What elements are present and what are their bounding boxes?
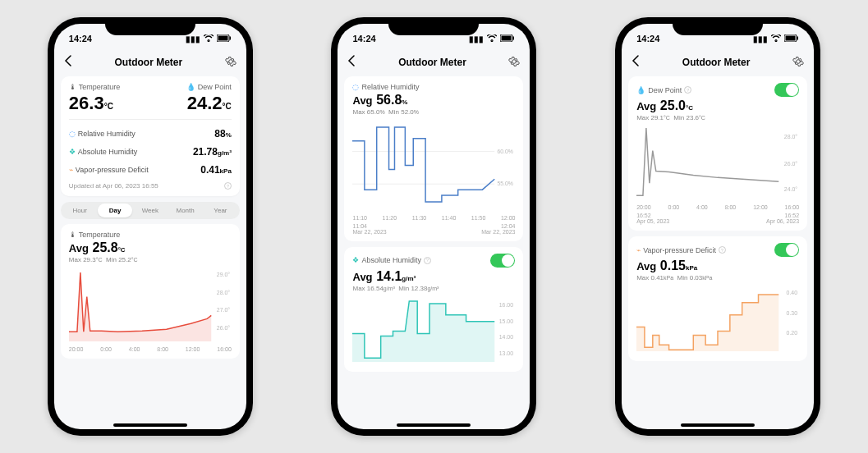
vpd-minmax: Max 0.41kPa Min 0.03kPa: [636, 274, 799, 281]
notch: [388, 17, 479, 35]
dew-minmax: Max 29.1°C Min 23.6°C: [636, 114, 799, 121]
rh-row: ◌Relative Humidity 88%: [69, 125, 232, 143]
home-indicator[interactable]: [113, 423, 187, 427]
temp-chart[interactable]: 29.0° 28.0° 27.0° 26.0°: [69, 268, 232, 341]
home-indicator[interactable]: [681, 423, 755, 427]
svg-text:24.0°: 24.0°: [784, 186, 797, 192]
home-indicator[interactable]: [397, 423, 471, 427]
temp-xticks: 20:000:004:008:0012:0016:00: [69, 346, 232, 352]
temperature-block: 🌡Temperature 26.3°C: [69, 83, 121, 114]
battery-icon: [217, 34, 232, 43]
ah-toggle[interactable]: [490, 254, 515, 268]
status-icons: ▮▮▮: [753, 34, 799, 43]
ah-chart-card: ❖Absolute Humidity ? Avg 14.1g/m³ Max 16…: [344, 247, 523, 372]
seg-hour[interactable]: Hour: [62, 204, 98, 217]
status-time: 14:24: [69, 34, 92, 43]
dew-toggle[interactable]: [774, 83, 799, 97]
svg-text:0.20: 0.20: [787, 330, 798, 336]
signal-icon: ▮▮▮: [469, 34, 484, 43]
page-title: Outdoor Meter: [682, 57, 751, 68]
svg-text:16.00: 16.00: [499, 302, 513, 308]
info-icon[interactable]: ?: [684, 86, 691, 94]
svg-text:13.00: 13.00: [499, 350, 513, 356]
back-button[interactable]: [347, 55, 356, 70]
svg-text:55.0%: 55.0%: [498, 181, 514, 186]
svg-text:27.0°: 27.0°: [217, 307, 230, 313]
ah-row: ❖Absolute Humidity 21.78g/m³: [69, 143, 232, 161]
thermometer-icon: 🌡: [69, 231, 76, 239]
back-button[interactable]: [64, 55, 72, 70]
vpd-row: ⌁Vapor-pressure Deficit 0.41kPa: [69, 161, 232, 179]
phone-frame-2: 14:24 ▮▮▮ Outdoor Meter ◌Relative Humidi…: [331, 17, 536, 436]
svg-text:26.0°: 26.0°: [784, 161, 797, 167]
droplet-icon: ◌: [69, 130, 76, 138]
svg-rect-20: [797, 36, 799, 39]
temp-minmax: Max 29.3°C Min 25.2°C: [69, 256, 232, 263]
rh-chart[interactable]: 60.0% 55.0%: [352, 121, 515, 210]
svg-rect-2: [229, 36, 231, 39]
svg-rect-8: [502, 35, 512, 40]
svg-text:26.0°: 26.0°: [217, 325, 230, 331]
dew-chart[interactable]: 28.0° 26.0° 24.0°: [636, 126, 799, 199]
vpd-toggle[interactable]: [774, 243, 799, 257]
seg-week[interactable]: Week: [132, 204, 168, 217]
vpd-icon: ⌁: [69, 166, 73, 174]
page-title: Outdoor Meter: [114, 57, 182, 68]
screen-1: 14:24 ▮▮▮ Outdoor Meter: [54, 24, 246, 429]
svg-rect-19: [786, 35, 796, 40]
settings-button[interactable]: [508, 56, 520, 70]
status-icons: ▮▮▮: [469, 34, 515, 43]
rh-chart-card: ◌Relative Humidity Avg 56.8% Max 65.0% M…: [344, 76, 523, 241]
settings-button[interactable]: [792, 56, 804, 70]
dewpoint-icon: 💧: [186, 83, 195, 91]
ah-chart[interactable]: 16.00 15.00 14.00 13.00: [352, 297, 515, 362]
seg-year[interactable]: Year: [203, 204, 238, 217]
status-time: 14:24: [636, 34, 659, 43]
info-icon[interactable]: ?: [224, 182, 232, 190]
settings-button[interactable]: [225, 56, 237, 70]
dew-xticks: 20:000:004:008:0012:0016:00: [636, 204, 799, 210]
range-selector: Hour Day Week Month Year: [61, 202, 240, 219]
info-icon[interactable]: ?: [719, 246, 726, 254]
seg-month[interactable]: Month: [168, 204, 203, 217]
readings-card: 🌡Temperature 26.3°C 💧Dew Point 24.2°C ◌R…: [61, 76, 240, 196]
dewpoint-icon: 💧: [636, 86, 645, 94]
vpd-chart-card: ⌁Vapor-pressure Deficit ? Avg 0.15kPa Ma…: [628, 236, 807, 361]
svg-text:0.40: 0.40: [787, 290, 798, 295]
svg-text:60.0%: 60.0%: [498, 149, 514, 154]
svg-text:28.0°: 28.0°: [784, 134, 797, 140]
rh-xticks: 11:1011:2011:3011:4011:5012:00: [352, 215, 515, 221]
wifi-icon: [771, 34, 781, 43]
dew-range: 16:52Apr 05, 2023 16:52Apr 06, 2023: [636, 213, 799, 224]
rh-range: 11:04Mar 22, 2023 12:04Mar 22, 2023: [352, 223, 515, 235]
signal-icon: ▮▮▮: [186, 34, 200, 43]
humidity-icon: ❖: [352, 256, 359, 264]
status-icons: ▮▮▮: [186, 34, 232, 43]
vpd-icon: ⌁: [636, 246, 641, 254]
app-bar: Outdoor Meter: [622, 48, 814, 76]
updated-row: Updated at Apr 06, 2023 16:55 ?: [69, 179, 232, 190]
dew-chart-card: 💧Dew Point ? Avg 25.0°C Max 29.1°C Min 2…: [628, 76, 807, 231]
svg-text:14.00: 14.00: [499, 334, 513, 340]
info-icon[interactable]: ?: [424, 257, 431, 264]
app-bar: Outdoor Meter: [54, 48, 246, 76]
back-button[interactable]: [631, 55, 640, 70]
content-2: ◌Relative Humidity Avg 56.8% Max 65.0% M…: [338, 76, 530, 429]
vpd-chart[interactable]: 0.40 0.30 0.20: [636, 286, 799, 351]
screen-3: 14:24 ▮▮▮ Outdoor Meter 💧Dew Point ? Avg…: [622, 24, 814, 429]
svg-text:29.0°: 29.0°: [217, 272, 230, 277]
wifi-icon: [204, 34, 214, 43]
status-time: 14:24: [352, 34, 375, 43]
notch: [105, 17, 195, 35]
signal-icon: ▮▮▮: [753, 34, 768, 43]
content-3: 💧Dew Point ? Avg 25.0°C Max 29.1°C Min 2…: [622, 76, 814, 429]
seg-day[interactable]: Day: [98, 204, 133, 217]
battery-icon: [784, 34, 799, 43]
phone-frame-3: 14:24 ▮▮▮ Outdoor Meter 💧Dew Point ? Avg…: [615, 17, 820, 436]
phone-frame-1: 14:24 ▮▮▮ Outdoor Meter: [48, 17, 253, 436]
page-title: Outdoor Meter: [398, 57, 466, 68]
droplet-icon: ◌: [352, 83, 359, 91]
dewpoint-block: 💧Dew Point 24.2°C: [186, 83, 232, 114]
svg-text:15.00: 15.00: [499, 318, 513, 324]
rh-minmax: Max 65.0% Min 52.0%: [352, 108, 515, 116]
